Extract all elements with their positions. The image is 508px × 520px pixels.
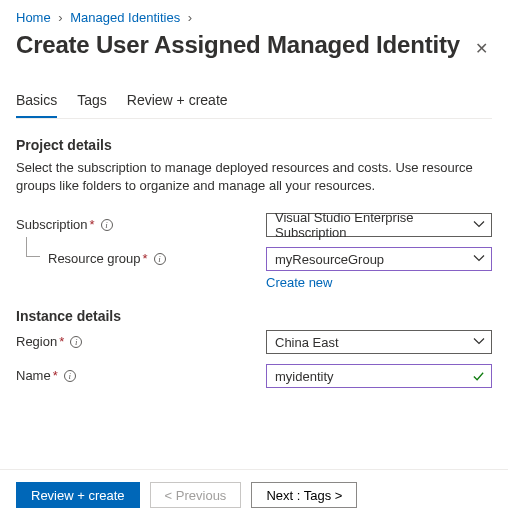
info-icon[interactable]: i [154,253,166,265]
chevron-down-icon [473,252,485,264]
tree-connector [26,237,40,257]
close-icon[interactable]: ✕ [471,35,492,62]
section-instance-details: Instance details [16,308,492,324]
tab-basics[interactable]: Basics [16,92,57,118]
subscription-value: Visual Studio Enterprise Subscription [275,210,467,240]
name-value: myidentity [275,369,334,384]
info-icon[interactable]: i [70,336,82,348]
required-asterisk: * [59,334,64,349]
resource-group-label: Resource group [48,251,141,266]
review-create-button[interactable]: Review + create [16,482,140,508]
subscription-label: Subscription [16,217,88,232]
resource-group-value: myResourceGroup [275,252,384,267]
name-input[interactable]: myidentity [266,364,492,388]
chevron-right-icon: › [58,10,62,25]
name-label: Name [16,368,51,383]
info-icon[interactable]: i [101,219,113,231]
required-asterisk: * [90,217,95,232]
next-button[interactable]: Next : Tags > [251,482,357,508]
required-asterisk: * [143,251,148,266]
tab-tags[interactable]: Tags [77,92,107,118]
resource-group-select[interactable]: myResourceGroup [266,247,492,271]
region-select[interactable]: China East [266,330,492,354]
footer: Review + create < Previous Next : Tags > [0,469,508,520]
create-new-link[interactable]: Create new [266,275,332,290]
chevron-down-icon [473,335,485,347]
page-title: Create User Assigned Managed Identity [16,31,460,59]
tab-review-create[interactable]: Review + create [127,92,228,118]
chevron-right-icon: › [188,10,192,25]
region-value: China East [275,335,339,350]
breadcrumb-home[interactable]: Home [16,10,51,25]
required-asterisk: * [53,368,58,383]
chevron-down-icon [473,218,485,230]
tabs: Basics Tags Review + create [16,92,492,119]
project-description: Select the subscription to manage deploy… [16,159,492,195]
region-label: Region [16,334,57,349]
breadcrumb: Home › Managed Identities › [16,10,492,25]
breadcrumb-managed-identities[interactable]: Managed Identities [70,10,180,25]
section-project-details: Project details [16,137,492,153]
previous-button[interactable]: < Previous [150,482,242,508]
checkmark-icon [472,370,485,383]
info-icon[interactable]: i [64,370,76,382]
subscription-select[interactable]: Visual Studio Enterprise Subscription [266,213,492,237]
